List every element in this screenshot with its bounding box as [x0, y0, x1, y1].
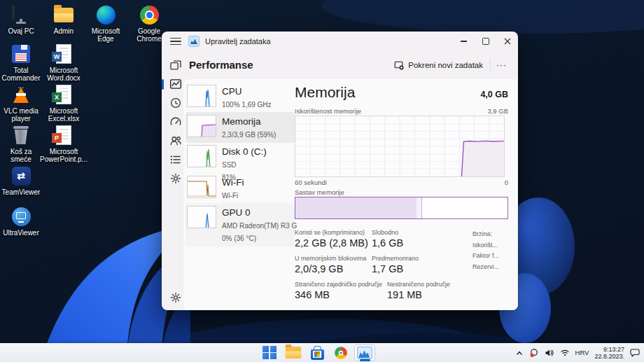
- chrome-icon: [335, 347, 347, 359]
- desktop-icon-label: Microsoft PowerPoint.p...: [40, 148, 88, 163]
- desktop-icon-microsoft-edge[interactable]: Microsoft Edge: [85, 4, 127, 43]
- tray-chevron-icon[interactable]: [515, 349, 524, 357]
- chrome-taskbar-button[interactable]: [330, 344, 351, 361]
- perf-item-title: Memorija: [222, 116, 261, 127]
- desktop-icon-label: TeamViewer: [2, 188, 41, 196]
- perf-item-sub: AMD Radeon(TM) R3 G: [222, 222, 297, 230]
- desktop-icon-admin[interactable]: Admin: [43, 4, 85, 35]
- perf-item-memory[interactable]: Memorija 2,3/3,9 GB (59%): [186, 112, 295, 143]
- tray-time: 9:13:27: [603, 346, 624, 353]
- memory-detail-panel: Memorija 4,0 GB Iskorištenost memorije 3…: [295, 78, 508, 310]
- teamviewer-tray-icon[interactable]: [529, 348, 539, 358]
- run-new-task-label: Pokreni novi zadatak: [408, 61, 483, 69]
- word-document-icon: W: [56, 44, 71, 64]
- details-icon[interactable]: [169, 153, 182, 166]
- perf-item-title: CPU: [222, 86, 242, 97]
- floppy-disk-icon: [12, 45, 30, 63]
- microsoft-store-button[interactable]: [307, 344, 328, 361]
- desktop-icon-powerpoint-document[interactable]: P Microsoft PowerPoint.p...: [43, 125, 85, 163]
- processes-icon[interactable]: [169, 59, 182, 71]
- window-title: Upravitelj zadataka: [205, 37, 271, 46]
- task-manager-taskbar-button[interactable]: [354, 344, 375, 361]
- stat-non-paged-pool: Nestraničeno područje 191 MB: [387, 281, 450, 300]
- page-title: Performanse: [189, 59, 253, 71]
- perf-item-gpu[interactable]: GPU 0 AMD Radeon(TM) R3 G 0% (36 °C): [186, 203, 295, 246]
- performance-icon[interactable]: [169, 78, 182, 90]
- titlebar[interactable]: Upravitelj zadataka: [162, 32, 518, 51]
- desktop-icon-label: VLC media player: [0, 107, 42, 123]
- services-icon[interactable]: [169, 172, 182, 185]
- maximize-icon: [482, 38, 489, 45]
- language-indicator[interactable]: HRV: [575, 349, 589, 356]
- memory-composition-bar: [295, 197, 508, 219]
- cpu-sparkline: [187, 85, 216, 107]
- close-button[interactable]: [496, 32, 518, 51]
- desktop-icon-recycle-bin[interactable]: Koš za smeće: [0, 125, 42, 163]
- composition-label: Sastav memorije: [295, 188, 344, 196]
- desktop-icon-teamviewer[interactable]: ⇄ TeamViewer: [0, 165, 42, 196]
- desktop-icon-label: Koš za smeće: [0, 148, 42, 163]
- minimize-button[interactable]: [453, 32, 475, 51]
- settings-icon[interactable]: [169, 291, 182, 304]
- vlc-cone-icon: [13, 87, 29, 103]
- wifi-icon[interactable]: [560, 349, 570, 356]
- selected-nav-indicator: [162, 79, 164, 90]
- perf-item-title: GPU 0: [222, 207, 251, 218]
- task-manager-icon: [357, 347, 372, 359]
- usage-chart-label: Iskorištenost memorije: [295, 107, 361, 115]
- desktop-icon-label: Microsoft Word.docx: [43, 67, 85, 82]
- ultraviewer-icon: [12, 207, 31, 226]
- perf-item-sub: Wi-Fi: [222, 192, 238, 200]
- composition-used-segment: [295, 197, 417, 218]
- windows-start-icon: [262, 346, 276, 360]
- stat-free: Slobodno 1,6 GB: [372, 229, 403, 249]
- new-task-icon: [394, 60, 404, 70]
- desktop-icon-ultraviewer[interactable]: UltraViewer: [0, 206, 42, 237]
- teamviewer-icon: ⇄: [12, 167, 31, 186]
- folder-icon: [54, 8, 74, 22]
- perf-item-sub: SSD: [222, 161, 237, 169]
- run-new-task-button[interactable]: Pokreni novi zadatak: [388, 57, 489, 73]
- disk-sparkline: [187, 145, 216, 167]
- time-end-label: 0: [505, 179, 508, 186]
- desktop-icon-this-pc[interactable]: Ovaj PC: [0, 4, 42, 35]
- stat-paged-pool: Straničeno zajedničko područje 346 MB: [295, 281, 382, 300]
- powerpoint-document-icon: P: [56, 125, 71, 145]
- performance-content: CPU 100% 1,69 GHz Memorija 2,3/3,9 GB (5…: [183, 78, 518, 310]
- file-explorer-button[interactable]: [283, 344, 304, 361]
- maximize-button[interactable]: [475, 32, 496, 51]
- desktop-icon-label: Microsoft Excel.xlsx: [43, 107, 85, 123]
- microsoft-store-icon: [311, 349, 324, 360]
- perf-item-sub: 0% (36 °C): [222, 235, 256, 242]
- time-span-label: 60 sekundi: [295, 179, 327, 186]
- excel-document-icon: X: [56, 85, 71, 104]
- task-manager-app-icon: [188, 36, 200, 47]
- start-button[interactable]: [259, 344, 280, 361]
- users-icon[interactable]: [169, 134, 182, 147]
- more-options-button[interactable]: ···: [490, 59, 512, 71]
- recycle-bin-icon: [13, 126, 29, 144]
- desktop-icon-label: Microsoft Edge: [85, 27, 127, 43]
- app-history-icon[interactable]: [169, 97, 182, 109]
- clock[interactable]: 9:13:27 22.8.2023.: [594, 346, 624, 360]
- desktop-icon-label: UltraViewer: [3, 229, 39, 237]
- desktop-icon-total-commander[interactable]: Total Commander ...: [0, 43, 42, 90]
- chrome-icon: [140, 6, 159, 25]
- composition-modified-segment: [416, 197, 423, 218]
- desktop-icon-vlc[interactable]: VLC media player: [0, 84, 42, 123]
- perf-item-cpu[interactable]: CPU 100% 1,69 GHz: [186, 82, 295, 113]
- desktop-icon-excel-document[interactable]: X Microsoft Excel.xlsx: [43, 84, 85, 123]
- this-pc-icon: [12, 6, 30, 24]
- perf-item-sub: 100% 1,69 GHz: [222, 101, 272, 109]
- desktop-icon-label: Ovaj PC: [8, 27, 34, 35]
- usage-chart-max: 3,9 GB: [487, 107, 508, 115]
- speaker-icon[interactable]: [545, 349, 554, 357]
- stat-in-use: Koristi se (komprimirano) 2,2 GB (2,8 MB…: [295, 229, 368, 249]
- wifi-sparkline: [187, 176, 216, 198]
- notifications-icon[interactable]: [630, 348, 640, 357]
- hamburger-menu-icon[interactable]: [170, 35, 181, 48]
- startup-apps-icon[interactable]: [169, 116, 182, 128]
- desktop-icon-word-document[interactable]: W Microsoft Word.docx: [43, 43, 85, 82]
- active-app-indicator: [360, 359, 370, 361]
- stat-committed: U memorijskim blokovima 2,0/3,9 GB: [295, 255, 367, 274]
